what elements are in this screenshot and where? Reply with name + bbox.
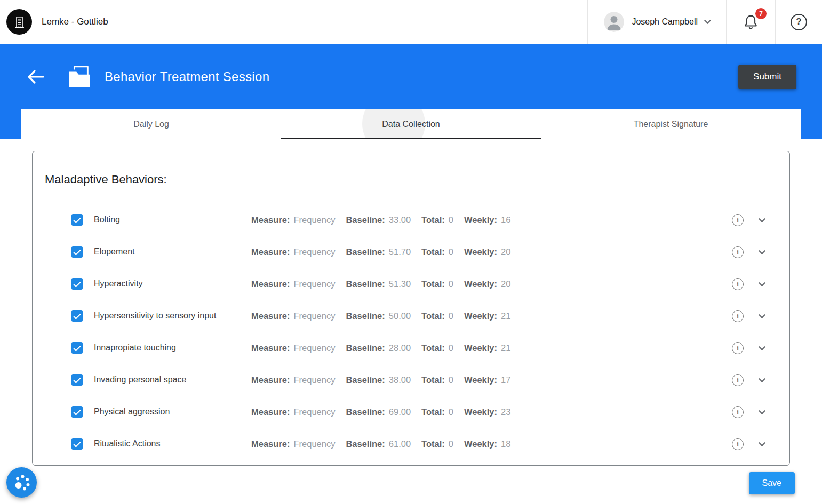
total-value: 0 — [449, 279, 453, 289]
chevron-down-icon[interactable] — [759, 247, 765, 254]
baseline-value: 33.00 — [389, 215, 411, 225]
page-header: Behavior Treatment Session Submit Daily … — [0, 44, 822, 139]
behavior-checkbox[interactable] — [71, 214, 83, 226]
behavior-checkbox[interactable] — [71, 374, 83, 386]
measure-value: Frequency — [293, 343, 335, 353]
baseline-metric: Baseline: 50.00 — [346, 311, 411, 321]
total-metric: Total: 0 — [421, 311, 453, 321]
weekly-value: 21 — [501, 343, 510, 353]
weekly-label: Weekly: — [464, 407, 497, 417]
weekly-label: Weekly: — [464, 311, 497, 321]
user-menu[interactable]: Joseph Campbell — [587, 0, 726, 44]
measure-label: Measure: — [251, 279, 290, 289]
total-value: 0 — [449, 215, 453, 225]
weekly-metric: Weekly: 20 — [464, 247, 510, 257]
palette-fab[interactable] — [6, 467, 37, 498]
measure-value: Frequency — [293, 407, 335, 417]
info-icon[interactable]: i — [732, 246, 744, 258]
total-label: Total: — [421, 343, 445, 353]
row-actions: i — [732, 406, 772, 418]
help-icon: ? — [791, 14, 807, 30]
total-metric: Total: 0 — [421, 439, 453, 449]
chevron-down-icon[interactable] — [759, 407, 765, 414]
topbar-brand: Lemke - Gottlieb — [0, 0, 587, 44]
baseline-value: 50.00 — [389, 311, 411, 321]
baseline-metric: Baseline: 69.00 — [346, 407, 411, 417]
back-arrow-icon — [27, 69, 45, 84]
total-metric: Total: 0 — [421, 343, 453, 353]
weekly-value: 23 — [501, 407, 510, 417]
behavior-name: Physical aggression — [94, 405, 251, 419]
weekly-metric: Weekly: 17 — [464, 375, 510, 385]
info-icon[interactable]: i — [732, 310, 744, 322]
behavior-checkbox[interactable] — [71, 310, 83, 322]
tab-daily-log-label: Daily Log — [133, 119, 169, 129]
info-icon[interactable]: i — [732, 374, 744, 386]
behavior-checkbox[interactable] — [71, 438, 83, 450]
total-label: Total: — [421, 311, 445, 321]
chevron-down-icon[interactable] — [759, 215, 765, 222]
behavior-checkbox[interactable] — [71, 278, 83, 290]
total-value: 0 — [449, 439, 453, 449]
tab-therapist-signature[interactable]: Therapist Signature — [541, 109, 801, 139]
total-metric: Total: 0 — [421, 215, 453, 225]
behavior-row: Hypersensitivity to sensory input Measur… — [45, 300, 777, 332]
behavior-checkbox[interactable] — [71, 406, 83, 418]
notifications-button[interactable]: 7 — [726, 0, 775, 44]
info-icon[interactable]: i — [732, 406, 744, 418]
baseline-value: 61.00 — [389, 439, 411, 449]
info-icon[interactable]: i — [732, 342, 744, 354]
behavior-checkbox[interactable] — [71, 246, 83, 258]
palette-icon — [13, 474, 31, 492]
maladaptive-behaviors-card: Maladaptive Behaviors: Bolting Measure: … — [32, 151, 790, 466]
measure-metric: Measure: Frequency — [251, 279, 335, 289]
weekly-value: 21 — [501, 311, 510, 321]
info-icon[interactable]: i — [732, 214, 744, 226]
info-icon[interactable]: i — [732, 278, 744, 290]
help-button[interactable]: ? — [775, 0, 822, 44]
total-value: 0 — [449, 247, 453, 257]
tab-daily-log[interactable]: Daily Log — [21, 109, 281, 139]
row-actions: i — [732, 278, 772, 290]
measure-metric: Measure: Frequency — [251, 375, 335, 385]
chevron-down-icon[interactable] — [759, 439, 765, 446]
chevron-down-icon[interactable] — [759, 279, 765, 286]
tab-data-collection-label: Data Collection — [382, 119, 440, 129]
session-folder-icon — [66, 64, 93, 90]
behavior-row: Innapropiate touching Measure: Frequency… — [45, 332, 777, 364]
baseline-metric: Baseline: 28.00 — [346, 343, 411, 353]
chevron-down-icon[interactable] — [759, 343, 765, 350]
save-button[interactable]: Save — [749, 472, 795, 494]
info-icon[interactable]: i — [732, 438, 744, 450]
back-button[interactable] — [27, 69, 45, 84]
baseline-metric: Baseline: 33.00 — [346, 215, 411, 225]
row-actions: i — [732, 214, 772, 226]
weekly-value: 17 — [501, 375, 510, 385]
behavior-row: Invading personal space Measure: Frequen… — [45, 364, 777, 396]
weekly-label: Weekly: — [464, 279, 497, 289]
measure-metric: Measure: Frequency — [251, 439, 335, 449]
behavior-name: Bolting — [94, 213, 251, 227]
clinic-name: Lemke - Gottlieb — [42, 17, 108, 27]
tab-data-collection[interactable]: Data Collection — [281, 109, 541, 139]
submit-button[interactable]: Submit — [738, 65, 796, 89]
weekly-metric: Weekly: 16 — [464, 215, 510, 225]
measure-metric: Measure: Frequency — [251, 215, 335, 225]
avatar — [604, 12, 624, 32]
user-name: Joseph Campbell — [632, 17, 698, 27]
tab-therapist-signature-label: Therapist Signature — [634, 119, 708, 129]
weekly-metric: Weekly: 20 — [464, 279, 510, 289]
total-label: Total: — [421, 439, 445, 449]
baseline-metric: Baseline: 38.00 — [346, 375, 411, 385]
chevron-down-icon[interactable] — [759, 375, 765, 382]
baseline-value: 51.30 — [389, 279, 411, 289]
page-title: Behavior Treatment Session — [105, 69, 738, 84]
measure-value: Frequency — [293, 247, 335, 257]
total-label: Total: — [421, 375, 445, 385]
behavior-checkbox[interactable] — [71, 342, 83, 354]
weekly-label: Weekly: — [464, 343, 497, 353]
weekly-value: 18 — [501, 439, 510, 449]
chevron-down-icon[interactable] — [759, 311, 765, 318]
measure-metric: Measure: Frequency — [251, 247, 335, 257]
total-label: Total: — [421, 247, 445, 257]
